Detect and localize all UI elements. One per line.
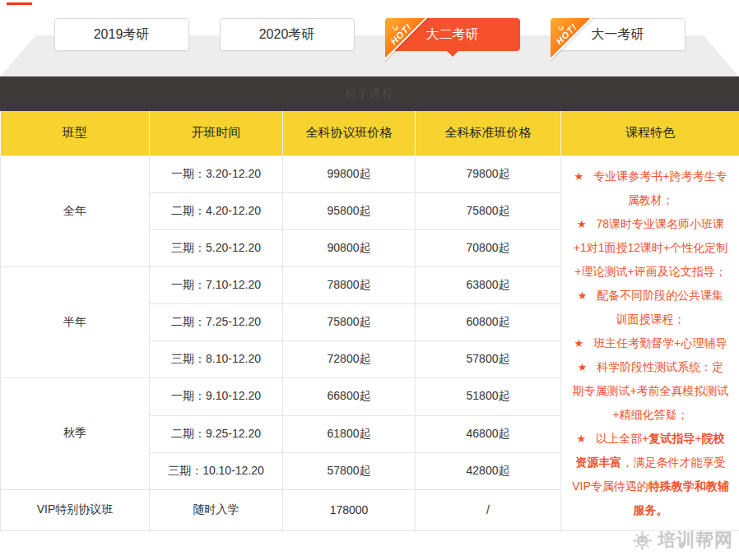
pricing-table: 班型 开班时间 全科协议班价格 全科标准班价格 课程特色 全年 一期：3.20-…	[0, 111, 739, 531]
standard-price-cell: 46800起	[416, 415, 561, 452]
protocol-price-cell: 95800起	[283, 192, 416, 229]
class-type-cell: 秋季	[1, 378, 150, 490]
star-icon: ★	[578, 284, 588, 308]
time-cell: 三期：10.10-12.20	[150, 452, 283, 489]
feature-item: ★78课时专业课名师小班课+1对1面授12课时+个性化定制+理论测试+评画及论文…	[572, 212, 729, 284]
protocol-price-cell: 78800起	[283, 266, 416, 304]
time-cell: 二期：9.25-12.20	[150, 415, 283, 452]
tab-label: 大一考研	[592, 26, 644, 44]
header-class-type: 班型	[1, 111, 150, 155]
course-features-cell: ★专业课参考书+跨考考生专属教材； ★78课时专业课名师小班课+1对1面授12课…	[561, 155, 739, 530]
active-tab-pointer	[446, 50, 459, 57]
time-cell: 二期：4.20-12.20	[150, 192, 283, 229]
time-cell: 一期：7.10-12.20	[150, 266, 283, 304]
header-start-time: 开班时间	[150, 111, 283, 155]
header-course-features: 课程特色	[561, 111, 739, 155]
header-protocol-price: 全科协议班价格	[283, 111, 416, 155]
tab-label: 2020考研	[259, 26, 315, 44]
table-header-row: 班型 开班时间 全科协议班价格 全科标准班价格 课程特色	[1, 111, 739, 155]
time-cell: 三期：8.10-12.20	[150, 341, 283, 378]
section-banner: 科学课程	[0, 76, 739, 111]
class-type-cell: 半年	[1, 266, 150, 378]
standard-price-cell: 79800起	[416, 155, 561, 192]
hot-badge-label: HOT!	[554, 21, 579, 46]
standard-price-cell: 60800起	[416, 304, 561, 341]
standard-price-cell: 63800起	[416, 266, 561, 304]
flame-icon	[554, 21, 567, 35]
time-cell: 一期：3.20-12.20	[150, 155, 283, 192]
feature-item: ★配备不同阶段的公共课集训面授课程；	[572, 284, 729, 331]
star-icon: ★	[576, 427, 586, 451]
protocol-price-cell: 61800起	[283, 415, 416, 452]
feature-item: ★班主任考勤督学+心理辅导	[572, 331, 729, 355]
protocol-price-cell: 178000	[283, 489, 416, 530]
time-cell: 二期：7.25-12.20	[150, 304, 283, 341]
feature-item: ★科学阶段性测试系统：定期专属测试+考前全真模拟测试+精细化答疑；	[572, 355, 729, 427]
feature-item: ★以上全部+复试指导+院校资源丰富，满足条件才能享受VIP专属待遇的特殊教学和教…	[572, 427, 729, 522]
standard-price-cell: 51800起	[416, 378, 561, 416]
tab-da-yi-kaoyan[interactable]: HOT! 大一考研	[551, 18, 686, 51]
header-standard-price: 全科标准班价格	[416, 111, 561, 155]
star-icon: ★	[574, 331, 584, 355]
tab-da-er-kaoyan-active[interactable]: HOT! 大二考研	[385, 18, 520, 51]
tab-2020-kaoyan[interactable]: 2020考研	[220, 18, 355, 51]
protocol-price-cell: 57800起	[283, 452, 416, 489]
banner-title: 科学课程	[345, 86, 394, 101]
tab-2019-kaoyan[interactable]: 2019考研	[54, 18, 189, 51]
time-cell: 三期：5.20-12.20	[150, 229, 283, 266]
tab-bar: 2019考研 2020考研 HOT! 大二考研	[0, 18, 739, 51]
standard-price-cell: 42800起	[416, 452, 561, 489]
class-type-cell: VIP特别协议班	[1, 489, 150, 530]
time-cell: 一期：9.10-12.20	[150, 378, 283, 416]
standard-price-cell: 75800起	[416, 192, 561, 229]
protocol-price-cell: 72800起	[283, 341, 416, 378]
standard-price-cell: 57800起	[416, 341, 561, 378]
standard-price-cell: /	[416, 489, 561, 530]
top-red-dash	[7, 2, 32, 5]
flame-icon	[388, 21, 402, 35]
hot-badge-label: HOT!	[388, 21, 413, 46]
protocol-price-cell: 75800起	[283, 304, 416, 341]
site-watermark: 培训帮网	[631, 528, 733, 553]
sun-face-logo-icon	[631, 530, 653, 552]
table-row: 全年 一期：3.20-12.20 99800起 79800起 ★专业课参考书+跨…	[1, 155, 739, 192]
tab-label: 2019考研	[94, 26, 150, 44]
tab-label: 大二考研	[426, 26, 479, 44]
time-cell: 随时入学	[150, 489, 283, 530]
protocol-price-cell: 99800起	[283, 155, 416, 192]
protocol-price-cell: 66800起	[283, 378, 416, 416]
protocol-price-cell: 90800起	[283, 229, 416, 266]
feature-item: ★专业课参考书+跨考考生专属教材；	[572, 164, 729, 212]
star-icon: ★	[578, 355, 588, 379]
star-icon: ★	[574, 164, 584, 188]
watermark-text: 培训帮网	[658, 528, 733, 553]
star-icon: ★	[577, 212, 587, 236]
standard-price-cell: 70800起	[416, 229, 561, 266]
class-type-cell: 全年	[1, 155, 150, 266]
page: 2019考研 2020考研 HOT! 大二考研	[0, 0, 739, 560]
